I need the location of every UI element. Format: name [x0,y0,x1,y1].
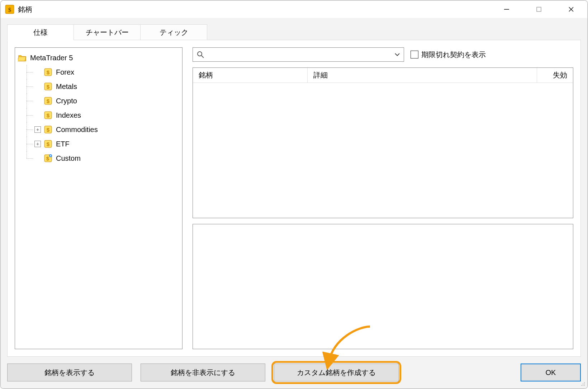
title-bar: 銘柄 [1,1,587,18]
expander-placeholder [34,155,41,161]
button-label: 銘柄を非表示にする [171,368,235,378]
table-header: 銘柄 詳細 失効 [193,68,573,83]
tab-label: チャートバー [86,28,129,37]
client-area: 仕様 チャートバー ティック MetaTrader 5 [1,18,587,357]
show-symbol-button[interactable]: 銘柄を表示する [7,364,132,381]
tree-item-label: Forex [56,68,74,76]
checkbox-label: 期限切れ契約を表示 [421,50,486,60]
tab-chartbar[interactable]: チャートバー [74,24,141,40]
checkbox-icon[interactable] [411,51,418,58]
column-header-disabled[interactable]: 失効 [537,68,573,83]
create-custom-symbol-button[interactable]: カスタム銘柄を作成する [274,364,399,381]
svg-point-13 [584,382,585,383]
svg-point-14 [583,384,584,385]
minimize-button[interactable] [490,1,523,18]
hide-symbol-button[interactable]: 銘柄を非表示にする [141,364,265,381]
symbols-dialog: $ $ $ 銘柄 [0,0,588,389]
close-button[interactable] [555,1,587,18]
search-input[interactable] [204,50,393,59]
symbol-icon [44,125,52,134]
symbol-icon [44,82,52,91]
tree-item-label: ETF [56,140,70,148]
chevron-down-icon[interactable] [393,52,402,57]
button-label: カスタム銘柄を作成する [297,368,376,378]
symbol-icon [44,140,52,148]
expander-placeholder [34,83,41,90]
symbol-table[interactable]: 銘柄 詳細 失効 [193,67,573,218]
tree-root-label: MetaTrader 5 [30,54,73,62]
button-label: 銘柄を表示する [44,368,95,378]
custom-symbol-icon [44,154,52,163]
expand-icon[interactable]: + [34,126,41,133]
resize-grip-icon[interactable] [579,380,586,387]
tab-strip: 仕様 チャートバー ティック [7,22,581,40]
maximize-button[interactable] [523,1,555,18]
ok-button[interactable]: OK [521,364,581,381]
tree-item-indexes[interactable]: Indexes [18,108,179,122]
app-icon [5,5,14,14]
show-expired-checkbox[interactable]: 期限切れ契約を表示 [411,50,486,60]
button-bar: 銘柄を表示する 銘柄を非表示にする カスタム銘柄を作成する OK [1,357,587,388]
tree-item-etf[interactable]: + ETF [18,137,179,151]
expander-placeholder [34,112,41,118]
button-label: OK [546,369,556,377]
tree-item-label: Custom [56,154,81,163]
tree-item-label: Commodities [56,126,98,134]
tab-spec[interactable]: 仕様 [7,24,74,40]
svg-rect-10 [537,7,541,11]
symbol-icon [44,111,52,119]
column-header-symbol[interactable]: 銘柄 [193,68,308,83]
tab-label: 仕様 [33,28,48,37]
tree-root[interactable]: MetaTrader 5 [18,51,179,65]
tree-item-label: Indexes [56,111,81,119]
search-icon [196,51,204,58]
tree-item-commodities[interactable]: + Commodities [18,122,179,137]
expander-placeholder [34,69,41,75]
tab-panel-spec: MetaTrader 5 Forex Metals [7,40,581,357]
search-row: 期限切れ契約を表示 [193,47,573,62]
svg-point-18 [584,385,585,386]
window-title: 銘柄 [18,5,32,14]
svg-point-15 [584,384,585,385]
tab-tick[interactable]: ティック [141,24,207,40]
search-combobox[interactable] [193,47,404,62]
symbol-icon [44,97,52,105]
tree-item-forex[interactable]: Forex [18,65,179,79]
svg-point-16 [581,385,582,386]
expander-placeholder [34,98,41,104]
symbol-detail-panel [193,224,573,349]
column-header-detail[interactable]: 詳細 [308,68,537,83]
tree-item-label: Crypto [56,97,77,105]
symbol-icon [44,68,52,76]
tab-label: ティック [160,28,188,37]
folder-open-icon [18,53,27,62]
tree-item-label: Metals [56,83,77,91]
tree-item-metals[interactable]: Metals [18,79,179,94]
svg-point-17 [583,385,584,386]
tree-item-custom[interactable]: Custom [18,151,179,165]
expand-icon[interactable]: + [34,141,41,147]
symbol-tree[interactable]: MetaTrader 5 Forex Metals [15,47,182,349]
right-column: 期限切れ契約を表示 銘柄 詳細 失効 [193,47,573,349]
tree-item-crypto[interactable]: Crypto [18,94,179,108]
